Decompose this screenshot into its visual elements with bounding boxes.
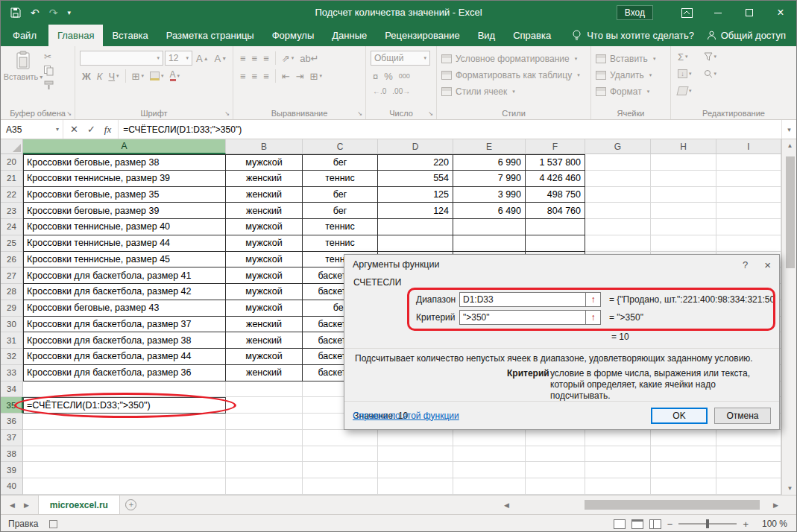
cell-B20[interactable]: мужской [226,154,303,171]
share-button[interactable]: Общий доступ [707,25,796,46]
cell-C25[interactable]: теннис [303,235,378,252]
cell-H23[interactable] [651,203,716,219]
cell-I21[interactable] [716,171,781,187]
decrease-decimal-icon[interactable]: .00→ [390,83,412,98]
cell-A26[interactable]: Кроссовки теннисные, размер 45 [23,252,226,268]
accounting-format-icon[interactable]: ¤ [371,69,380,83]
cell-B26[interactable]: мужской [226,252,303,268]
cell-A29[interactable]: Кроссовки беговые, размер 43 [23,300,226,317]
cell-H37[interactable] [651,430,716,446]
align-right-icon[interactable]: ≡ [261,69,271,83]
zoom-level[interactable]: 100 % [755,519,787,529]
cell-H25[interactable] [651,235,716,252]
cell-B29[interactable]: мужской [226,300,303,317]
cell-A24[interactable]: Кроссовки теннисные, размер 40 [23,219,226,235]
cut-icon[interactable]: ✂ [44,51,54,62]
cell-H40[interactable] [651,478,716,495]
cell-A23[interactable]: Кроссовки беговые, размер 39 [23,203,226,219]
cell-G39[interactable] [585,462,651,478]
zoom-slider[interactable] [678,523,737,525]
grow-font-icon[interactable]: А▲ [194,51,211,66]
cell-A40[interactable] [23,478,226,495]
cell-C21[interactable]: теннис [303,171,378,187]
name-box[interactable]: A35▾ [1,120,63,139]
cell-F20[interactable]: 1 537 800 [526,154,585,171]
cell-B38[interactable] [226,446,303,463]
merge-center-icon[interactable]: ⊞▾ [308,69,324,83]
fill-icon[interactable]: ↓▾ [675,66,694,81]
cell-I20[interactable] [716,154,781,171]
cell-A36[interactable] [23,414,226,430]
new-sheet-button[interactable]: + [120,495,142,514]
cell-B24[interactable]: мужской [226,219,303,235]
cell-C24[interactable]: теннис [303,219,378,235]
cell-G23[interactable] [585,203,651,219]
cell-C37[interactable] [303,430,378,446]
fill-color-icon[interactable]: ▾ [148,69,166,83]
tab-Формулы[interactable]: Формулы [263,25,324,46]
dialog-help-icon[interactable]: ? [743,259,748,270]
cell-H38[interactable] [651,446,716,463]
number-dialog-launcher-icon[interactable]: ↘ [428,110,433,117]
cancel-entry-icon[interactable]: ✕ [70,124,78,135]
cell-B23[interactable]: женский [226,203,303,219]
zoom-out-icon[interactable]: − [667,519,673,530]
row-header-36[interactable]: 36 [1,414,23,430]
cell-B37[interactable] [226,430,303,446]
cell-A25[interactable]: Кроссовки теннисные, размер 44 [23,235,226,252]
cell-E37[interactable] [453,430,526,446]
cell-A30[interactable]: Кроссовки для баскетбола, размер 37 [23,317,226,333]
cell-B27[interactable]: мужской [226,267,303,284]
cell-B22[interactable]: женский [226,187,303,203]
row-header-38[interactable]: 38 [1,446,23,463]
page-layout-view-icon[interactable] [631,519,643,529]
cell-E20[interactable]: 6 990 [453,154,526,171]
cell-F21[interactable]: 4 426 460 [526,171,585,187]
row-header-25[interactable]: 25 [1,235,23,252]
cell-G38[interactable] [585,446,651,463]
row-header-23[interactable]: 23 [1,203,23,219]
cell-B31[interactable]: женский [226,332,303,349]
cell-D37[interactable] [378,430,453,446]
cell-F22[interactable]: 498 750 [526,187,585,203]
cell-A37[interactable] [23,430,226,446]
cell-B39[interactable] [226,462,303,478]
column-header-D[interactable]: D [378,139,453,154]
cancel-button[interactable]: Отмена [714,408,771,424]
cell-E25[interactable] [453,235,526,252]
cell-F25[interactable] [526,235,585,252]
cell-E38[interactable] [453,446,526,463]
comma-style-icon[interactable]: 000 [397,69,412,83]
increase-indent-icon[interactable]: ⇥ [294,69,306,83]
cell-A34[interactable] [23,381,226,398]
row-header-27[interactable]: 27 [1,267,23,284]
cell-A22[interactable]: Кроссовки беговые, размер 35 [23,187,226,203]
expand-formula-bar-icon[interactable]: ▾ [781,120,796,139]
align-left-icon[interactable]: ≡ [238,69,248,83]
cell-I38[interactable] [716,446,781,463]
cell-I39[interactable] [716,462,781,478]
cell-F38[interactable] [526,446,585,463]
clear-icon[interactable]: ▾ [675,83,694,98]
row-header-21[interactable]: 21 [1,171,23,187]
cell-I23[interactable] [716,203,781,219]
scroll-left-icon[interactable]: ◀ [504,501,509,509]
cell-D22[interactable]: 125 [378,187,453,203]
maximize-button[interactable] [734,1,765,25]
align-middle-icon[interactable]: ≡ [250,51,260,66]
percent-style-icon[interactable]: % [382,69,395,83]
tab-file[interactable]: Файл [1,25,48,46]
cell-H21[interactable] [651,171,716,187]
cell-B30[interactable]: женский [226,317,303,333]
cell-B35[interactable] [226,397,303,414]
underline-icon[interactable]: Ч▾ [106,69,121,83]
cell-B32[interactable]: мужской [226,349,303,365]
sort-filter-icon[interactable]: ▾ [702,49,719,64]
cell-E39[interactable] [453,462,526,478]
redo-icon[interactable]: ↷ [49,7,58,18]
cell-C39[interactable] [303,462,378,478]
cell-H39[interactable] [651,462,716,478]
field-input-Критерий[interactable]: ">350" [459,310,586,325]
row-header-40[interactable]: 40 [1,478,23,495]
row-header-31[interactable]: 31 [1,332,23,349]
